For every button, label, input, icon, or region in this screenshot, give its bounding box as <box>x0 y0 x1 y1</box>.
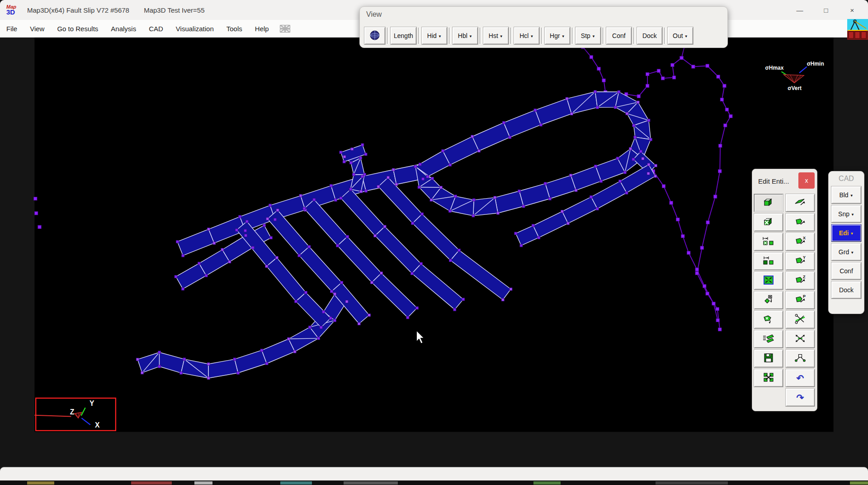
move-polygon-z-icon: Z <box>793 275 807 287</box>
view-orbit-button[interactable] <box>364 27 385 44</box>
edit-button-vertex-angle[interactable] <box>786 350 815 367</box>
menu-item-go-to-results[interactable]: Go to Results <box>51 20 104 37</box>
uk-flag-icon[interactable] <box>280 25 290 33</box>
edit-button-move-polygon-y[interactable]: Y <box>786 252 815 270</box>
view-toolbar-button-out[interactable]: Out▼ <box>668 27 693 44</box>
edit-button-move-polygon-x[interactable]: X <box>786 233 815 251</box>
svg-text:σHmin: σHmin <box>807 61 824 67</box>
edit-button-move-polygon[interactable] <box>786 214 815 231</box>
edit-grid-cell <box>753 271 784 290</box>
view-toolbar-button-length[interactable]: Length <box>391 27 416 44</box>
extrude-planes-icon <box>762 333 775 345</box>
map3d-logo-icon: Map 3D <box>6 5 22 15</box>
taskbar-peek-fragment <box>194 481 212 485</box>
edit-button-move-polygon-p[interactable]: P <box>786 291 815 309</box>
cad-button-grd[interactable]: Grd▼ <box>831 243 861 261</box>
edit-button-measure-blocks[interactable] <box>754 252 783 270</box>
taskbar-peek-fragment <box>656 481 728 485</box>
chevron-down-icon: ▼ <box>850 251 854 255</box>
command-bar[interactable] <box>0 467 868 481</box>
view-toolbar-button-dock[interactable]: Dock <box>637 27 662 44</box>
edit-button-vertex-diamond-delete[interactable] <box>754 291 783 309</box>
headframe-icon <box>847 19 868 40</box>
svg-text:P: P <box>803 294 806 299</box>
edit-button-measure-snap-delete[interactable] <box>754 233 783 251</box>
cad-button-snp[interactable]: Snp▼ <box>831 205 861 223</box>
move-polygon-x-icon: X <box>793 236 807 248</box>
chevron-down-icon: ▼ <box>561 34 565 38</box>
cad-button-bld[interactable]: Bld▼ <box>831 186 861 204</box>
view-toolbar-button-hbl[interactable]: Hbl▼ <box>453 27 478 44</box>
menu-item-view[interactable]: View <box>24 20 51 37</box>
taskbar-peek-fragment <box>280 481 312 485</box>
cad-button-edi[interactable]: Edi▼ <box>831 224 861 242</box>
move-plane-icon <box>793 197 807 209</box>
map3d-application-window: Map 3D Map3D(x64) Fault Slip V72 #5678 M… <box>0 0 868 485</box>
edit-button-cut-scissors[interactable] <box>786 311 815 328</box>
close-icon[interactable]: x <box>798 172 815 189</box>
cad-panel-title: CAD <box>839 175 854 183</box>
measure-snap-delete-icon <box>762 236 775 248</box>
edit-grid-cell: P <box>784 290 816 310</box>
redo-icon: ↷ <box>797 393 804 402</box>
edit-button-move-polygon-z[interactable]: Z <box>786 272 815 290</box>
window-controls: — □ × <box>787 0 865 20</box>
window-title: Map3D(x64) Fault Slip V72 #5678 Map3D Te… <box>27 6 205 14</box>
toolbar-separator <box>387 28 389 44</box>
view-toolbar-button-conf[interactable]: Conf <box>606 27 632 44</box>
edit-button-move-node[interactable] <box>786 330 815 348</box>
edit-grid-cell <box>753 349 784 368</box>
edit-button-extrude-planes[interactable] <box>754 330 783 348</box>
window-title-model: Map3D Test Iver=55 <box>144 6 204 14</box>
edit-button-explode-blocks[interactable] <box>754 369 783 387</box>
edit-button-undo[interactable]: ↶ <box>786 369 815 387</box>
edit-button-entity-cube-delete[interactable] <box>754 214 783 231</box>
window-title-app: Map3D(x64) Fault Slip V72 #5678 <box>27 6 129 14</box>
edit-button-entity-cube[interactable] <box>754 194 783 212</box>
view-toolbar-button-hcl[interactable]: Hcl▼ <box>514 27 539 44</box>
taskbar-peek-fragment <box>533 481 561 485</box>
menu-item-file[interactable]: File <box>0 20 24 37</box>
edit-button-move-plane[interactable] <box>786 194 815 212</box>
view-toolbar-title: View <box>366 10 382 19</box>
svg-text:Z: Z <box>803 275 806 279</box>
edit-button-polygon-delete[interactable] <box>754 311 783 328</box>
chevron-down-icon: ▼ <box>592 34 595 38</box>
maximize-button[interactable]: □ <box>813 0 839 20</box>
edit-button-fit-extents[interactable] <box>754 272 783 290</box>
edit-button-redo[interactable]: ↷ <box>786 389 815 406</box>
menu-item-help[interactable]: Help <box>249 20 275 37</box>
edit-grid-cell <box>753 329 784 349</box>
edit-grid-cell <box>784 213 816 232</box>
edit-grid-cell <box>784 193 816 213</box>
svg-text:σVert: σVert <box>788 85 802 91</box>
cad-button-dock[interactable]: Dock <box>831 281 861 299</box>
chevron-down-icon: ▼ <box>684 34 688 38</box>
minimize-button[interactable]: — <box>787 0 813 20</box>
edit-grid-cell <box>753 368 784 388</box>
canvas-3d-viewport[interactable]: σHmaxσHminσVertZYX <box>0 37 868 466</box>
view-toolbar-button-hid[interactable]: Hid▼ <box>422 27 447 44</box>
logo-text-bottom: 3D <box>6 9 22 15</box>
menu-item-tools[interactable]: Tools <box>220 20 249 37</box>
edit-entity-header: Edit Enti... x <box>752 169 817 193</box>
cad-button-conf[interactable]: Conf <box>831 262 861 280</box>
view-toolbar-button-stp[interactable]: Stp▼ <box>576 27 601 44</box>
cad-panel: CAD Bld▼Snp▼Edi▼Grd▼ConfDock <box>828 171 864 314</box>
chevron-down-icon: ▼ <box>438 34 442 38</box>
svg-text:σHmax: σHmax <box>765 65 784 71</box>
toolbar-separator <box>510 28 512 44</box>
menu-item-cad[interactable]: CAD <box>142 20 170 37</box>
menu-item-visualization[interactable]: Visualization <box>170 20 220 37</box>
chevron-down-icon: ▼ <box>851 213 854 217</box>
close-button[interactable]: × <box>839 0 865 20</box>
view-toolbar-button-hst[interactable]: Hst▼ <box>483 27 509 44</box>
toolbar-separator <box>603 28 604 44</box>
move-node-icon <box>793 333 807 345</box>
view-toolbar-buttons: LengthHid▼Hbl▼Hst▼Hcl▼Hgr▼Stp▼ConfDockOu… <box>364 27 693 45</box>
view-toolbar-button-hgr[interactable]: Hgr▼ <box>545 27 570 44</box>
edit-grid-cell: ↷ <box>784 388 816 407</box>
menu-item-analysis[interactable]: Analysis <box>104 20 142 37</box>
edit-grid-cell <box>753 252 784 271</box>
edit-button-save-entity[interactable] <box>754 350 783 367</box>
